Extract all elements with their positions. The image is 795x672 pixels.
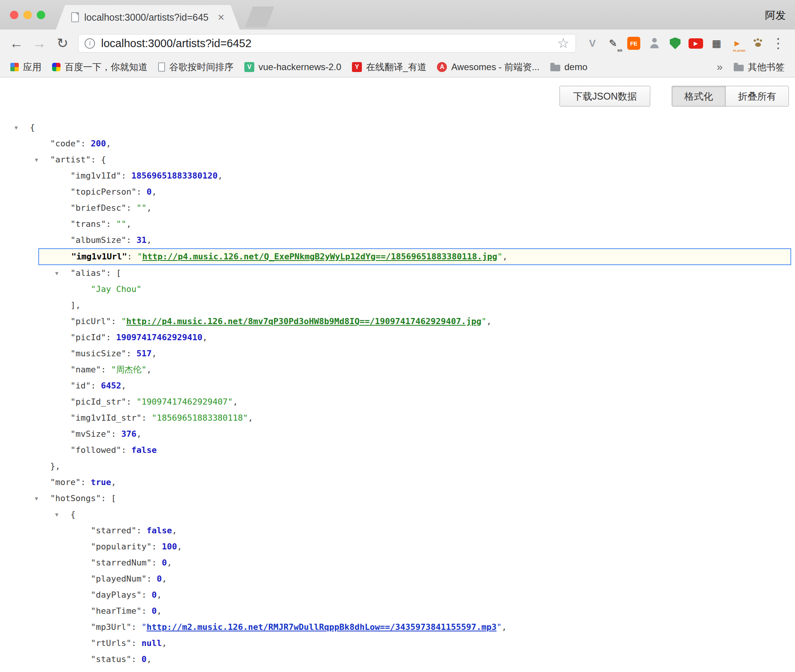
vimium-icon[interactable]: V [583, 34, 602, 53]
new-tab-button[interactable] [245, 7, 274, 27]
bookmark-label: 在线翻译_有道 [366, 61, 426, 73]
json-line: "popularity": 100, [0, 539, 795, 555]
player-icon[interactable]: ▶PLAYER [728, 34, 747, 53]
minimize-window-button[interactable] [23, 11, 32, 19]
baidu-icon [52, 63, 61, 71]
bookmark-youdao[interactable]: Y在线翻译_有道 [347, 59, 431, 75]
json-line: "img1v1Id": 18569651883380120, [0, 168, 795, 184]
browser-menu-icon[interactable]: ⋮ [770, 35, 787, 51]
nav-toolbar: ← → ↻ i localhost:3000/artists?id=6452 ☆… [0, 30, 795, 57]
json-line: "briefDesc": "", [0, 200, 795, 216]
site-info-icon[interactable]: i [85, 38, 95, 49]
browser-tab[interactable]: localhost:3000/artists?id=645 × [56, 5, 240, 30]
json-line: "starred": false, [0, 523, 795, 539]
json-line: "name": "周杰伦", [0, 362, 795, 378]
close-window-button[interactable] [10, 11, 18, 19]
collapse-toggle-icon[interactable]: ▼ [35, 152, 38, 168]
person-icon[interactable] [645, 34, 664, 53]
json-line: ▼{ [0, 120, 795, 136]
shield-icon[interactable] [666, 34, 685, 53]
json-line: "mp3Url": "http://m2.music.126.net/RMJR7… [0, 619, 795, 635]
bookmark-label: demo [564, 62, 587, 72]
view-mode-toggle: 格式化 折叠所有 [672, 86, 789, 107]
json-line: "picUrl": "http://p4.music.126.net/8mv7q… [0, 313, 795, 329]
json-line: ▼"alias": [ [0, 265, 795, 281]
json-line: ], [0, 297, 795, 313]
collapse-toggle-icon[interactable]: ▼ [35, 490, 38, 506]
paw-icon[interactable] [748, 34, 767, 53]
bookmark-label: 应用 [23, 61, 41, 73]
profile-name[interactable]: 阿发 [765, 8, 786, 22]
json-line: "hearTime": 0, [0, 603, 795, 619]
json-line: "playedNum": 0, [0, 571, 795, 587]
collapse-toggle-icon[interactable]: ▼ [55, 265, 58, 281]
json-line: "topicPerson": 0, [0, 184, 795, 200]
page-toolbar: 下载JSON数据 格式化 折叠所有 [0, 77, 795, 107]
tab-strip: localhost:3000/artists?id=645 × 阿发 [0, 0, 795, 30]
bookmarks-list: 应用百度一下，你就知道谷歌按时间排序Vvue-hackernews-2.0Y在线… [5, 59, 592, 75]
forward-button[interactable]: → [29, 35, 50, 51]
fe-icon[interactable]: FE [624, 34, 643, 53]
bookmarks-right: » 其他书签 [712, 59, 790, 75]
window-controls [10, 11, 45, 19]
page-icon [158, 62, 165, 72]
reload-button[interactable]: ↻ [52, 35, 73, 51]
json-line: "starredNum": 0, [0, 555, 795, 571]
bookmark-apps[interactable]: 应用 [5, 59, 46, 75]
address-bar[interactable]: i localhost:3000/artists?id=6452 ☆ [78, 34, 576, 52]
json-link[interactable]: http://p4.music.126.net/8mv7qP30Pd3oHW8b… [126, 316, 481, 326]
extension-icons: V✎enFE▶▦▶PLAYER [583, 34, 767, 53]
bookmark-label: vue-hackernews-2.0 [258, 62, 341, 72]
json-line: "status": 0, [0, 651, 795, 667]
url-text: localhost:3000/artists?id=6452 [101, 37, 551, 50]
json-line: "dayPlays": 0, [0, 587, 795, 603]
json-line: "id": 6452, [0, 378, 795, 394]
json-link[interactable]: http://p4.music.126.net/Q_ExePNkmgB2yWyL… [142, 252, 497, 261]
json-line: "code": 200, [0, 136, 795, 152]
collapse-all-button[interactable]: 折叠所有 [725, 86, 788, 106]
youtube-icon[interactable]: ▶ [686, 34, 705, 53]
bookmark-vue-hackernews[interactable]: Vvue-hackernews-2.0 [239, 60, 346, 74]
bookmark-awesomes[interactable]: AAwesomes - 前端资... [432, 59, 544, 75]
json-line: }, [0, 458, 795, 474]
back-button[interactable]: ← [6, 35, 27, 51]
json-line: "musicSize": 517, [0, 346, 795, 362]
json-line: "rtUrls": null, [0, 635, 795, 651]
bookmark-label: 百度一下，你就知道 [65, 61, 147, 73]
json-viewer: ▼{"code": 200,▼"artist": {"img1v1Id": 18… [0, 120, 795, 672]
awesomes-icon: A [437, 62, 447, 72]
bookmark-label: 其他书签 [748, 61, 785, 73]
qr-icon[interactable]: ▦ [707, 34, 726, 53]
bookmarks-overflow-icon[interactable]: » [712, 61, 727, 73]
json-line: "mvSize": 376, [0, 426, 795, 442]
json-line: "img1v1Id_str": "18569651883380118", [0, 410, 795, 426]
youdao-icon: Y [352, 62, 362, 72]
tab-close-icon[interactable]: × [218, 11, 224, 24]
browser-window: localhost:3000/artists?id=645 × 阿发 ← → ↻… [0, 0, 795, 672]
bookmark-star-icon[interactable]: ☆ [557, 35, 569, 51]
translate-icon[interactable]: ✎en [604, 34, 623, 53]
format-button[interactable]: 格式化 [672, 86, 725, 106]
collapse-toggle-icon[interactable]: ▼ [15, 120, 18, 136]
json-line: "copyFrom": "", [0, 667, 795, 672]
vue-icon: V [244, 62, 254, 72]
json-line: "trans": "", [0, 216, 795, 232]
fullscreen-window-button[interactable] [37, 11, 45, 19]
json-line: "albumSize": 31, [0, 232, 795, 248]
json-link[interactable]: http://m2.music.126.net/RMJR7wDullRqppBk… [147, 622, 497, 632]
bookmark-google-sort[interactable]: 谷歌按时间排序 [153, 59, 239, 75]
tab-title: localhost:3000/artists?id=645 [84, 12, 212, 23]
bookmark-label: Awesomes - 前端资... [451, 61, 539, 73]
page-icon [71, 12, 79, 22]
download-json-button[interactable]: 下载JSON数据 [559, 86, 650, 107]
folder-icon [550, 65, 560, 71]
bookmark-label: 谷歌按时间排序 [169, 61, 234, 73]
other-bookmarks[interactable]: 其他书签 [729, 59, 790, 75]
json-line: "picId": 19097417462929410, [0, 329, 795, 346]
collapse-toggle-icon[interactable]: ▼ [55, 506, 58, 523]
page-content: 下载JSON数据 格式化 折叠所有 ▼{"code": 200,▼"artist… [0, 77, 795, 672]
json-line: "picId_str": "19097417462929407", [0, 394, 795, 410]
bookmark-demo-folder[interactable]: demo [545, 60, 592, 74]
bookmarks-bar: 应用百度一下，你就知道谷歌按时间排序Vvue-hackernews-2.0Y在线… [0, 57, 795, 77]
bookmark-baidu[interactable]: 百度一下，你就知道 [47, 59, 152, 75]
